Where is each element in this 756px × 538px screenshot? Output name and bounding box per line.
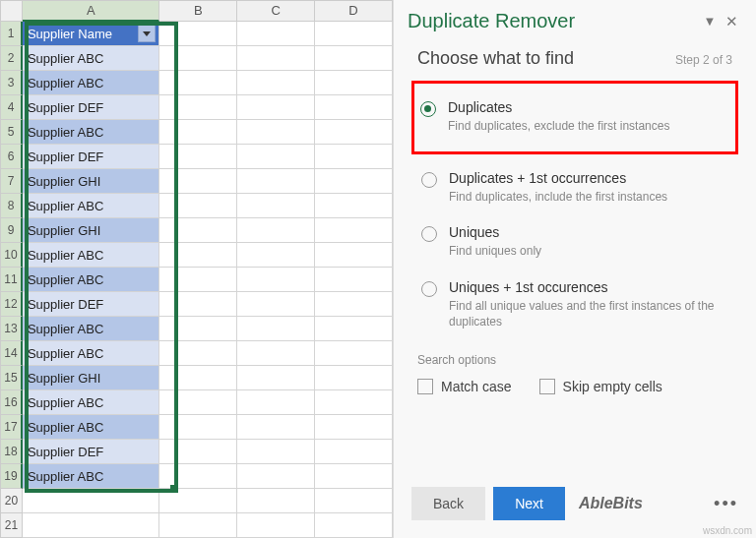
cell[interactable] bbox=[159, 145, 237, 169]
filter-dropdown-icon[interactable] bbox=[138, 25, 156, 42]
cell[interactable] bbox=[315, 489, 393, 513]
cell[interactable] bbox=[237, 120, 315, 145]
cell[interactable]: Supplier DEF bbox=[23, 292, 159, 317]
row-header[interactable]: 17 bbox=[0, 415, 23, 440]
cell[interactable]: Supplier Name bbox=[23, 22, 159, 46]
cell[interactable] bbox=[315, 194, 393, 218]
row-header[interactable]: 13 bbox=[0, 317, 23, 341]
row-header[interactable]: 12 bbox=[0, 292, 23, 317]
cell[interactable] bbox=[237, 513, 315, 538]
cell[interactable]: Supplier ABC bbox=[23, 390, 159, 415]
cell[interactable] bbox=[315, 366, 393, 390]
cell[interactable] bbox=[315, 292, 393, 317]
cell[interactable]: Supplier ABC bbox=[23, 415, 159, 440]
cell[interactable] bbox=[237, 341, 315, 366]
row-header[interactable]: 19 bbox=[0, 464, 23, 489]
cell[interactable] bbox=[159, 415, 237, 440]
row-header[interactable]: 16 bbox=[0, 390, 23, 415]
cell[interactable] bbox=[237, 268, 315, 292]
find-option-uniques-1st-occurences[interactable]: Uniques + 1st occurencesFind all unique … bbox=[417, 269, 732, 339]
cell[interactable] bbox=[159, 317, 237, 341]
close-icon[interactable]: ✕ bbox=[721, 11, 742, 32]
cell[interactable] bbox=[315, 415, 393, 440]
cell[interactable]: Supplier ABC bbox=[23, 71, 159, 95]
cell[interactable] bbox=[159, 341, 237, 366]
cell[interactable] bbox=[315, 95, 393, 120]
cell[interactable]: Supplier GHI bbox=[23, 218, 159, 243]
cell[interactable] bbox=[237, 489, 315, 513]
col-header-a[interactable]: A bbox=[23, 0, 159, 22]
row-header[interactable]: 2 bbox=[0, 46, 23, 71]
row-header[interactable]: 6 bbox=[0, 145, 23, 169]
col-header-c[interactable]: C bbox=[237, 0, 315, 22]
cell[interactable] bbox=[237, 46, 315, 71]
cell[interactable] bbox=[159, 218, 237, 243]
cell[interactable] bbox=[315, 341, 393, 366]
cell[interactable] bbox=[315, 145, 393, 169]
cell[interactable] bbox=[159, 243, 237, 268]
cell[interactable] bbox=[315, 317, 393, 341]
cell[interactable] bbox=[315, 71, 393, 95]
row-header[interactable]: 11 bbox=[0, 268, 23, 292]
row-header[interactable]: 9 bbox=[0, 218, 23, 243]
cell[interactable] bbox=[237, 317, 315, 341]
cell[interactable] bbox=[315, 513, 393, 538]
back-button[interactable]: Back bbox=[411, 487, 485, 520]
cell[interactable]: Supplier ABC bbox=[23, 341, 159, 366]
cell[interactable] bbox=[237, 464, 315, 489]
row-header[interactable]: 3 bbox=[0, 71, 23, 95]
col-header-b[interactable]: B bbox=[159, 0, 237, 22]
cell[interactable] bbox=[23, 513, 159, 538]
row-header[interactable]: 8 bbox=[0, 194, 23, 218]
more-menu-icon[interactable]: ••• bbox=[714, 494, 738, 514]
cell[interactable] bbox=[315, 390, 393, 415]
cell[interactable] bbox=[237, 243, 315, 268]
cell[interactable] bbox=[237, 292, 315, 317]
row-header[interactable]: 18 bbox=[0, 440, 23, 464]
cell[interactable] bbox=[159, 268, 237, 292]
row-header[interactable]: 10 bbox=[0, 243, 23, 268]
cell[interactable]: Supplier ABC bbox=[23, 317, 159, 341]
cell[interactable] bbox=[159, 120, 237, 145]
cell[interactable]: Supplier ABC bbox=[23, 268, 159, 292]
cell[interactable] bbox=[237, 390, 315, 415]
cell[interactable] bbox=[237, 22, 315, 46]
cell[interactable] bbox=[159, 390, 237, 415]
cell[interactable] bbox=[159, 366, 237, 390]
find-option-duplicates[interactable]: DuplicatesFind duplicates, exclude the f… bbox=[416, 90, 733, 144]
selection-fill-handle[interactable] bbox=[170, 485, 178, 493]
cell[interactable]: Supplier ABC bbox=[23, 120, 159, 145]
cell[interactable] bbox=[237, 145, 315, 169]
cell[interactable] bbox=[159, 513, 237, 538]
cell[interactable] bbox=[315, 440, 393, 464]
cell[interactable] bbox=[237, 71, 315, 95]
cell[interactable] bbox=[159, 71, 237, 95]
cell[interactable] bbox=[159, 292, 237, 317]
cell[interactable] bbox=[315, 169, 393, 194]
cell[interactable]: Supplier DEF bbox=[23, 440, 159, 464]
cell[interactable] bbox=[159, 46, 237, 71]
cell[interactable]: Supplier ABC bbox=[23, 46, 159, 71]
cell[interactable]: Supplier DEF bbox=[23, 145, 159, 169]
row-header[interactable]: 15 bbox=[0, 366, 23, 390]
col-header-d[interactable]: D bbox=[315, 0, 393, 22]
cell[interactable]: Supplier DEF bbox=[23, 95, 159, 120]
cell[interactable] bbox=[315, 243, 393, 268]
cell[interactable] bbox=[159, 440, 237, 464]
cell[interactable] bbox=[159, 22, 237, 46]
row-header[interactable]: 21 bbox=[0, 513, 23, 538]
cell[interactable]: Supplier ABC bbox=[23, 194, 159, 218]
spreadsheet-grid[interactable]: A B C D 1Supplier Name2Supplier ABC3Supp… bbox=[0, 0, 393, 538]
cell[interactable] bbox=[237, 415, 315, 440]
row-header[interactable]: 4 bbox=[0, 95, 23, 120]
cell[interactable]: Supplier ABC bbox=[23, 464, 159, 489]
cell[interactable] bbox=[159, 169, 237, 194]
cell[interactable] bbox=[237, 194, 315, 218]
row-header[interactable]: 20 bbox=[0, 489, 23, 513]
skip-empty-checkbox[interactable]: Skip empty cells bbox=[539, 379, 662, 394]
cell[interactable] bbox=[237, 169, 315, 194]
find-option-uniques[interactable]: UniquesFind uniques only bbox=[417, 214, 732, 269]
cell[interactable] bbox=[237, 366, 315, 390]
cell[interactable] bbox=[237, 440, 315, 464]
cell[interactable] bbox=[237, 218, 315, 243]
